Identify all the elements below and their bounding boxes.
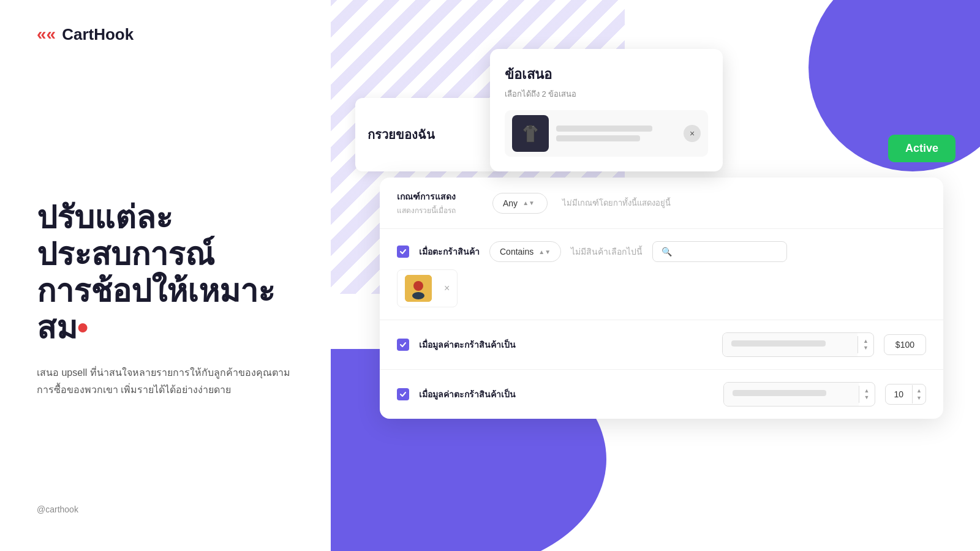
spinner-input-value[interactable] [723,333,858,356]
search-icon: 🔍 [662,247,672,257]
offer-subtitle: เลือกได้ถึง 2 ข้อเสนอ [505,88,708,100]
checkbox-cart[interactable] [397,246,409,258]
product-thumb-row: × [397,269,458,307]
offer-item-line-1 [556,126,652,132]
product-thumbnail [405,275,432,302]
filter-section-display: เกณฑ์การแสดง แสดงกรวยนี้เมื่อ​รถ Any ▲▼ … [380,178,943,229]
contains-arrow-icon: ▲▼ [538,249,551,255]
filter-no-product-label: ไม่มีสินค้าเลือกไปนี้ [571,245,643,258]
product-svg [405,275,432,302]
hero-title: ปรับแต่ละประสบการณ์ การช้อปให้เหมาะสม• [37,200,294,346]
value-badge-dollar: $100 [884,334,926,355]
logo-icon: «« [37,24,56,44]
hero-content: ปรับแต่ละประสบการณ์ การช้อปให้เหมาะสม• เ… [37,44,294,504]
hero-dot: • [77,310,88,347]
active-badge[interactable]: Active [888,135,956,162]
spinner-value[interactable]: ▲ ▼ [722,332,874,357]
left-panel: «« CartHook ปรับแต่ละประสบการณ์ การช้อปใ… [0,0,331,551]
arrow-down-icon-2: ▼ [864,395,870,400]
offer-close-button[interactable]: × [684,125,701,142]
filter-label-qty: เมื่อมูลค่าตะกร้าสินค้าเป็น [419,388,516,401]
filter-label-group-display: เกณฑ์การแสดง แสดงกรวยนี้เมื่อ​รถ [397,190,483,216]
offer-item: × [505,110,708,157]
svg-point-0 [529,126,532,129]
select-arrow-icon: ▲▼ [522,200,535,206]
checkbox-qty[interactable] [397,388,409,400]
spinner-qty[interactable]: ▲ ▼ [723,382,875,407]
filter-label-display-main: เกณฑ์การแสดง [397,190,483,203]
offer-item-details [556,126,676,141]
hero-title-line2: การช้อปให้เหมาะสม• [37,273,294,347]
filter-contains-pill[interactable]: Contains ▲▼ [489,241,561,262]
qty-value: 10 [886,384,913,404]
arrow-down-icon: ▼ [863,345,869,351]
offer-product-image [512,115,549,152]
spinner-input-qty[interactable] [724,383,859,406]
cart-panel-title: กรวยของฉัน [368,125,435,144]
offer-card: ข้อเสนอ เลือกได้ถึง 2 ข้อเสนอ × [490,49,723,171]
filter-section-cart: เมื่อตะกร้าสินค้า Contains ▲▼ ไม่มีสินค้… [380,229,943,320]
filter-card: เกณฑ์การแสดง แสดงกรวยนี้เมื่อ​รถ Any ▲▼ … [380,178,943,419]
search-box-cart[interactable]: 🔍 [652,241,787,262]
filter-label-value: เมื่อมูลค่าตะกร้าสินค้าเป็น [419,338,516,351]
filter-section-qty: เมื่อมูลค่าตะกร้าสินค้าเป็น ▲ ▼ 10 ▲ ▼ [380,370,943,419]
filter-hint-display: ไม่มีเกณฑ์โดยกาทั้งนี้แสดงอยู่นี้ [562,197,671,209]
svg-point-2 [413,281,423,291]
qty-arrows[interactable]: ▲ ▼ [912,385,925,403]
logo: «« CartHook [37,24,294,44]
filter-label-cart: เมื่อตะกร้าสินค้า [419,245,480,258]
product-remove-button[interactable]: × [444,283,450,294]
arrow-up-icon-2: ▲ [864,388,870,394]
checkbox-check-icon-3 [399,391,407,398]
hero-description: เสนอ upsell ที่น่าสนใจหลายรายการให้กับลู… [37,364,294,397]
qty-arrow-down: ▼ [916,395,922,401]
filter-row-cart-top: เมื่อตะกร้าสินค้า Contains ▲▼ ไม่มีสินค้… [397,241,926,262]
checkbox-check-icon-2 [399,341,407,348]
spinner-arrows-qty[interactable]: ▲ ▼ [859,386,875,403]
filter-select-any[interactable]: Any ▲▼ [492,193,548,214]
offer-title: ข้อเสนอ [505,64,708,85]
filter-label-display-sub: แสดงกรวยนี้เมื่อ​รถ [397,204,483,216]
cart-panel: กรวยของฉัน [355,98,502,171]
checkbox-check-icon [399,248,407,255]
offer-item-line-2 [556,135,640,141]
filter-row-qty: เมื่อมูลค่าตะกร้าสินค้าเป็น ▲ ▼ 10 ▲ ▼ [397,382,926,407]
filter-row-value: เมื่อมูลค่าตะกร้าสินค้าเป็น ▲ ▼ $100 [397,332,926,357]
filter-row-display: เกณฑ์การแสดง แสดงกรวยนี้เมื่อ​รถ Any ▲▼ … [397,190,926,216]
value-badge-qty: 10 ▲ ▼ [885,384,927,405]
footer-handle: @carthook [37,504,294,527]
checkbox-value[interactable] [397,339,409,351]
logo-text: CartHook [62,25,134,44]
right-panel: กรวยของฉัน ข้อเสนอ เลือกได้ถึง 2 ข้อเสนอ… [331,0,980,551]
hero-title-line1: ปรับแต่ละประสบการณ์ [37,200,294,273]
filter-section-value: เมื่อมูลค่าตะกร้าสินค้าเป็น ▲ ▼ $100 [380,320,943,370]
arrow-up-icon: ▲ [863,339,869,344]
svg-point-3 [412,292,424,299]
spinner-arrows-value[interactable]: ▲ ▼ [858,336,873,353]
qty-arrow-up: ▲ [916,388,922,394]
hoodie-svg [518,121,543,146]
